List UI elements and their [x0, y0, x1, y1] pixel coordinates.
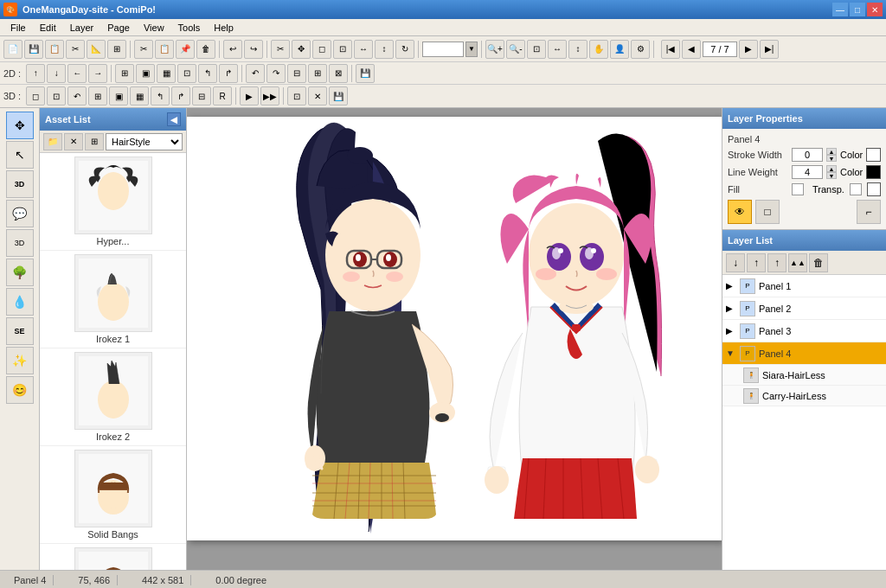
menu-item-layer[interactable]: Layer: [63, 21, 101, 35]
tb-delete[interactable]: 🗑: [196, 40, 215, 59]
tb-3d-b7[interactable]: ↰: [151, 86, 170, 105]
minimize-button[interactable]: —: [832, 3, 848, 16]
tb-extra[interactable]: ⚙: [631, 40, 650, 59]
asset-grid-btn[interactable]: ⊞: [85, 133, 104, 150]
tb-2d-b14[interactable]: ⊠: [329, 64, 348, 83]
tb-char[interactable]: 👤: [610, 40, 629, 59]
line-weight-input[interactable]: [792, 165, 823, 179]
layer-panel4[interactable]: ▼ P Panel 4: [722, 342, 886, 365]
menu-item-help[interactable]: Help: [207, 21, 241, 35]
tb-3d-save2[interactable]: 💾: [329, 86, 348, 105]
tb-zoom-h[interactable]: ↕: [568, 40, 587, 59]
layer-expand-panel3[interactable]: ▶: [726, 326, 736, 336]
layer-panel2[interactable]: ▶ P Panel 2: [722, 297, 886, 320]
asset-item-irokez2[interactable]: Irokez 2: [40, 348, 186, 446]
nav-last[interactable]: ▶|: [760, 40, 779, 59]
tb-3d-b9[interactable]: ⊟: [192, 86, 211, 105]
lt-drop[interactable]: 💧: [6, 288, 34, 316]
tb-new[interactable]: 📄: [3, 40, 22, 59]
transp-checkbox[interactable]: [850, 183, 862, 195]
asset-dropdown[interactable]: HairStyle Costume Props Background: [106, 133, 183, 150]
menu-item-file[interactable]: File: [3, 21, 33, 35]
stroke-width-down[interactable]: ▼: [826, 155, 837, 162]
lt-face[interactable]: 😊: [6, 376, 34, 404]
tb-2d-down[interactable]: ↓: [47, 64, 66, 83]
tb-copy[interactable]: 📋: [155, 40, 174, 59]
tb-3d-b1[interactable]: ◻: [26, 86, 45, 105]
tb-3d-play2[interactable]: ▶▶: [260, 86, 279, 105]
menu-item-edit[interactable]: Edit: [33, 21, 63, 35]
stroke-color-swatch[interactable]: [866, 148, 881, 162]
tb-2d-b9[interactable]: ↱: [219, 64, 238, 83]
tb-2d-up[interactable]: ↑: [26, 64, 45, 83]
asset-item-hyper[interactable]: Hyper...: [40, 153, 186, 251]
tb-transform[interactable]: ⊡: [333, 40, 352, 59]
tb-2d-right[interactable]: →: [88, 64, 107, 83]
lt-se[interactable]: SE: [6, 317, 34, 345]
tb-3d-b2[interactable]: ⊡: [47, 86, 66, 105]
tb-btn3[interactable]: 📋: [45, 40, 64, 59]
tb-3d-play1[interactable]: ▶: [240, 86, 259, 105]
layer-expand-panel1[interactable]: ▶: [726, 281, 736, 291]
asset-panel-collapse[interactable]: ◀: [167, 112, 181, 126]
line-weight-down[interactable]: ▼: [826, 172, 837, 179]
layer-carry[interactable]: 🧍 Carry-HairLess: [722, 386, 886, 406]
tb-2d-b8[interactable]: ↰: [198, 64, 217, 83]
tb-undo[interactable]: ↩: [223, 40, 242, 59]
lt-tree[interactable]: 🌳: [6, 259, 34, 286]
tb-rotate[interactable]: ↻: [395, 40, 414, 59]
tb-btn6[interactable]: ⊞: [107, 40, 126, 59]
tb-3d-b8[interactable]: ↱: [171, 86, 190, 105]
tb-redo[interactable]: ↪: [244, 40, 263, 59]
asset-folder-btn[interactable]: 📁: [43, 133, 62, 150]
tb-3d-b6[interactable]: ▦: [130, 86, 149, 105]
tb-3d-b10[interactable]: R: [213, 86, 232, 105]
zoom-dropdown[interactable]: ▼: [465, 42, 478, 57]
tb-move[interactable]: ✥: [292, 40, 311, 59]
tb-2d-left[interactable]: ←: [67, 64, 87, 83]
tb-2d-b12[interactable]: ⊟: [287, 64, 306, 83]
stroke-width-input[interactable]: [792, 148, 823, 162]
zoom-input[interactable]: 150%: [422, 42, 464, 57]
lt-bubble[interactable]: 💬: [6, 200, 34, 227]
layer-move-top2-btn[interactable]: ▲▲: [788, 253, 807, 272]
close-button[interactable]: ✕: [867, 3, 883, 16]
asset-item-irokez1[interactable]: Irokez 1: [40, 251, 186, 348]
tb-2d-save[interactable]: 💾: [356, 64, 375, 83]
layer-move-top-btn[interactable]: ↑: [767, 253, 786, 272]
tb-zoom-out[interactable]: 🔍-: [506, 40, 525, 59]
menu-item-tools[interactable]: Tools: [171, 21, 208, 35]
tb-3d-b4[interactable]: ⊞: [88, 86, 107, 105]
maximize-button[interactable]: □: [850, 3, 865, 16]
lt-3d2[interactable]: 3D: [6, 229, 34, 257]
tb-zoom-in[interactable]: 🔍+: [485, 40, 504, 59]
tb-3d-x[interactable]: ✕: [308, 86, 327, 105]
tb-2d-b7[interactable]: ⊡: [177, 64, 196, 83]
canvas-scroll[interactable]: [187, 108, 722, 570]
fill-color-swatch[interactable]: [867, 182, 881, 196]
tb-scissors[interactable]: ✂: [271, 40, 290, 59]
layer-move-down-btn[interactable]: ↓: [726, 253, 745, 272]
layer-panel1[interactable]: ▶ P Panel 1: [722, 275, 886, 297]
asset-item-sporty[interactable]: Sporty hair: [40, 544, 186, 570]
prop-frame-btn[interactable]: □: [755, 200, 780, 224]
line-weight-up[interactable]: ▲: [826, 165, 837, 172]
tb-select[interactable]: ◻: [312, 40, 331, 59]
layer-panel3[interactable]: ▶ P Panel 3: [722, 320, 886, 342]
tb-flip-h[interactable]: ↔: [354, 40, 373, 59]
tb-3d-b5[interactable]: ▣: [109, 86, 128, 105]
lt-arrow[interactable]: ↖: [6, 141, 34, 169]
tb-save[interactable]: 💾: [24, 40, 43, 59]
layer-expand-panel2[interactable]: ▶: [726, 304, 736, 313]
prop-corner-btn[interactable]: ⌐: [857, 200, 881, 224]
menu-item-page[interactable]: Page: [100, 21, 137, 35]
tb-3d-b11[interactable]: ⊡: [287, 86, 306, 105]
lt-3d[interactable]: 3D: [6, 170, 34, 198]
lt-effect[interactable]: ✨: [6, 347, 34, 374]
tb-hand[interactable]: ✋: [589, 40, 608, 59]
asset-item-solid-bangs[interactable]: Solid Bangs: [40, 446, 186, 544]
tb-btn4[interactable]: ✂: [66, 40, 85, 59]
tb-zoom-w[interactable]: ↔: [548, 40, 567, 59]
tb-2d-b5[interactable]: ▣: [136, 64, 155, 83]
tb-2d-b6[interactable]: ▦: [157, 64, 176, 83]
